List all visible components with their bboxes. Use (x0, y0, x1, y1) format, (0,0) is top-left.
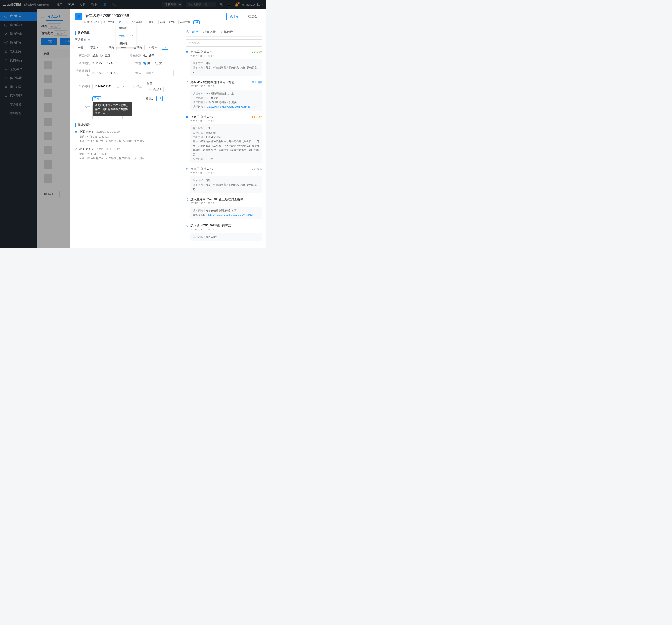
nickname-value: 小王 (94, 20, 100, 24)
source-label: 获客来源 (75, 54, 90, 58)
timeline-item: 购买 4399理财课进阶课程大礼包查看详情2021/01/30 01:38:27… (186, 80, 262, 111)
group-tag[interactable]: 群聊六群 (178, 20, 192, 24)
change-item: 小王 更新了2021/01/30 01:38:27微信：空值-136721828… (75, 130, 177, 143)
check-icon: ✓ (131, 34, 133, 37)
dropdown-item[interactable]: 张三✓ (116, 32, 136, 40)
wechat-input[interactable] (143, 70, 174, 76)
tag-more[interactable]: +4 (162, 46, 168, 50)
place-order-button[interactable]: 代下单 (226, 13, 242, 20)
chevron-down-icon: ▼ (257, 41, 259, 45)
deposit-button[interactable]: 交定金 (245, 13, 261, 20)
customer-tag[interactable]: 一般 (75, 45, 86, 50)
customer-tag[interactable]: 中意向 (103, 45, 117, 50)
manager-select[interactable]: 张三 ▲ 师馨薇 张三✓ 俱保咏 (119, 20, 127, 24)
add-time-value: 2021/09/10 12:00:00 (92, 62, 118, 65)
tab-orders[interactable]: 订单记录 (221, 28, 233, 36)
timeline-item: 定金单 创建人小王已取消2020/01/30 01:38:27跟单方式：电话跟单… (186, 167, 262, 193)
group-tag[interactable]: 群聊三 (146, 20, 157, 24)
timeline-item: 定金单 创建人小王已完成2020/01/30 01:38:27跟单方式：电话跟单… (186, 50, 262, 76)
view-detail-link[interactable]: 查看详情 (251, 81, 262, 84)
source-value: 线上-北京昱新 (92, 54, 110, 58)
phone-tooltip: 查询到此手机号码在系统中已存在，可以将两条客户数据合并为一条 (93, 102, 132, 116)
last-chat-label: 最近聊天时间 (75, 69, 90, 77)
drawer-title: 微信名称6789990000966 (85, 13, 199, 19)
radio-male[interactable]: 男 (143, 61, 150, 65)
tab-activity[interactable]: 客户动态 (186, 28, 198, 36)
manager-dropdown: 师馨薇 张三✓ 俱保咏 (116, 24, 136, 47)
friend-source-value: 名片分享 (143, 54, 154, 58)
phone-link-chip[interactable]: 手机 查询到此手机号码在系统中已存在，可以将两条客户数据合并为一条 (92, 96, 101, 101)
personal-tag[interactable]: 标签1 (143, 96, 155, 101)
tab-chat[interactable]: 聊天记录 (203, 28, 216, 36)
phone-copy-icon[interactable]: ⧉ (122, 84, 127, 89)
timeline-item: 加入群聊 759-59班理财训练营2021/01/30 01:38:27入群方式… (186, 223, 262, 241)
manager-label: 客户经理： (103, 20, 117, 24)
timeline-item: 进入直播间 759-59班第三期理财直播课2021/01/30 01:38:27… (186, 197, 262, 219)
customer-tag[interactable]: 高意向 (88, 45, 101, 50)
dropdown-item[interactable]: 师馨薇 (116, 24, 136, 32)
edit-tags-icon[interactable]: ✎ (88, 38, 91, 42)
radio-female[interactable]: 女 (155, 61, 162, 65)
phone-grid-icon[interactable]: ⊞ (115, 84, 120, 89)
customer-drawer: 👤 微信名称6789990000966 昵称：小王 | 客户经理： 张三 ▲ 师… (70, 9, 266, 248)
remark-label: 备注 (75, 105, 90, 109)
customer-tag[interactable]: 中意向 (146, 45, 160, 50)
group-more[interactable]: +4 (193, 20, 200, 24)
personal-tag-more[interactable]: +4 (156, 96, 163, 101)
gender-label: 性别 (126, 61, 141, 65)
personal-tag[interactable]: 个人标签12 (144, 87, 164, 92)
wechat-label: 微信 (126, 71, 141, 75)
friend-source-label: 好友来源 (126, 54, 141, 58)
personal-tag[interactable]: 标签1 (144, 81, 157, 86)
section-changes: 修改记录 (75, 123, 177, 127)
phone-label: 手机号码 (75, 85, 90, 89)
group-tag[interactable]: 群聊一群大群 (159, 20, 177, 24)
activity-filter-select[interactable]: 全部动态▼ (186, 40, 262, 47)
personal-tag-label: 个人标签 (127, 85, 142, 89)
nickname-label: 昵称： (85, 20, 93, 24)
change-item: 小王 更新了2021/01/30 01:38:27微信：空值-136721828… (75, 147, 177, 160)
group-label: 所在群聊： (131, 20, 145, 24)
wechat-icon: 👤 (75, 13, 82, 20)
tags-label: 客户标签 (75, 38, 86, 42)
last-chat-value: 2021/09/10 12:00:00 (92, 71, 118, 75)
dropdown-item[interactable]: 俱保咏 (116, 40, 136, 47)
timeline-item: 报名单 创建人小王已失败2020/01/30 01:38:27客户经理：小王客户… (186, 115, 262, 163)
add-time-label: 添加时间 (75, 61, 90, 65)
